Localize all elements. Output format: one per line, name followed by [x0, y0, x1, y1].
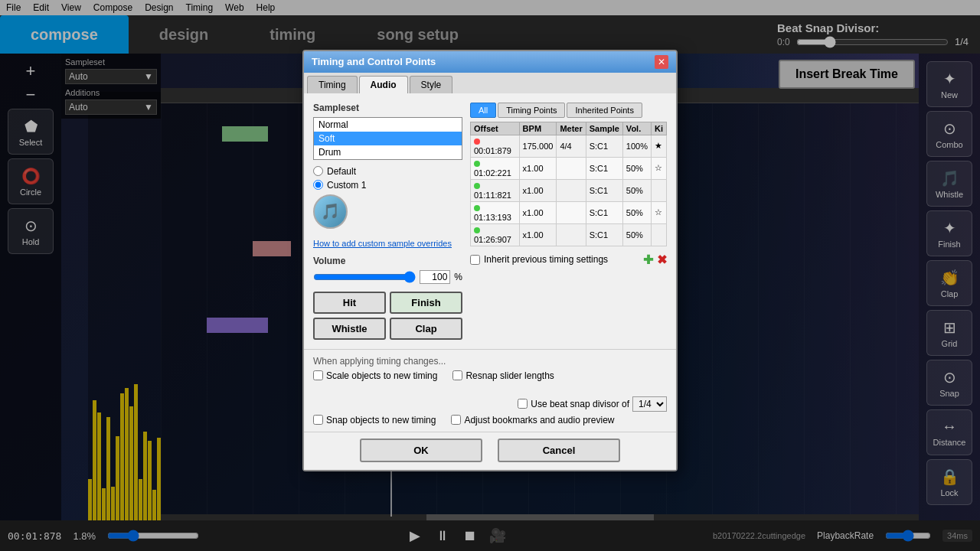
- table-row[interactable]: 01:13:193 x1.00 S:C1 50% ☆: [471, 201, 667, 223]
- radio-group: Default Custom 1: [313, 166, 462, 191]
- checkbox-snap-objects[interactable]: [313, 415, 323, 425]
- inherit-row: Inherit previous timing settings ✚ ✖: [470, 253, 667, 267]
- cell-ki: [652, 179, 667, 201]
- sampleset-soft[interactable]: Soft: [314, 132, 462, 145]
- sampleset-drum[interactable]: Drum: [314, 145, 462, 159]
- inherit-delete-button[interactable]: ✖: [657, 253, 667, 267]
- col-bpm: BPM: [519, 122, 557, 135]
- custom-avatar: 🎵: [313, 194, 382, 233]
- modal-overlay: Timing and Control Points ✕ Timing Audio…: [0, 0, 980, 551]
- beat-snap-divisor-select[interactable]: 1/41/21/8: [632, 396, 667, 412]
- when-applying-label: When applying timing changes...: [313, 356, 667, 367]
- cell-bpm: x1.00: [519, 223, 557, 246]
- checkbox-snap-objects-label: Snap objects to new timing: [326, 415, 436, 425]
- table-row[interactable]: 00:01:879 175.000 4/4 S:C1 100% ★: [471, 135, 667, 157]
- radio-default[interactable]: [313, 166, 323, 176]
- timing-tab-inherited[interactable]: Inherited Points: [567, 103, 642, 118]
- col-sample: Sample: [586, 122, 622, 135]
- timing-tab-all[interactable]: All: [470, 103, 496, 118]
- sampleset-normal[interactable]: Normal: [314, 118, 462, 132]
- tab-style[interactable]: Style: [410, 76, 453, 93]
- checkbox-beatsnap[interactable]: [518, 399, 528, 409]
- cell-ki: ★: [652, 135, 667, 157]
- when-applying-section: When applying timing changes... Scale ob…: [304, 349, 676, 432]
- volume-pct: %: [454, 272, 462, 282]
- clap-button[interactable]: Clap: [390, 318, 462, 340]
- sample-buttons: Hit Finish Whistle Clap: [313, 292, 462, 340]
- checkbox-scale[interactable]: [313, 370, 323, 380]
- whistle-button[interactable]: Whistle: [313, 318, 386, 340]
- table-row[interactable]: 01:26:907 x1.00 S:C1 50%: [471, 223, 667, 246]
- tab-audio[interactable]: Audio: [359, 76, 408, 93]
- cell-sample: S:C1: [586, 201, 622, 223]
- dialog-right-panel: All Timing Points Inherited Points Offse…: [470, 103, 667, 340]
- volume-slider[interactable]: [313, 271, 416, 283]
- hit-button[interactable]: Hit: [313, 292, 386, 314]
- tab-timing[interactable]: Timing: [307, 76, 358, 93]
- cell-offset: 01:02:221: [471, 157, 520, 179]
- cell-vol: 50%: [622, 179, 651, 201]
- inherit-label: Inherit previous timing settings: [484, 254, 608, 265]
- table-row[interactable]: 01:02:221 x1.00 S:C1 50% ☆: [471, 157, 667, 179]
- cell-offset: 01:13:193: [471, 201, 520, 223]
- timing-dialog: Timing and Control Points ✕ Timing Audio…: [302, 50, 678, 471]
- cell-ki: ☆: [652, 201, 667, 223]
- checkbox-adjust-bookmarks[interactable]: [451, 415, 461, 425]
- cell-meter: 4/4: [557, 135, 586, 157]
- table-row[interactable]: 01:11:821 x1.00 S:C1 50%: [471, 179, 667, 201]
- col-ki: Ki: [652, 122, 667, 135]
- dialog-left-panel: Sampleset Normal Soft Drum Default Custo…: [313, 103, 462, 340]
- sampleset-list: Normal Soft Drum: [313, 117, 462, 160]
- cancel-button[interactable]: Cancel: [498, 439, 620, 462]
- dialog-body: Sampleset Normal Soft Drum Default Custo…: [304, 93, 676, 349]
- checkbox-row: Scale objects to new timing Resnap slide…: [313, 370, 667, 412]
- inherit-add-button[interactable]: ✚: [643, 253, 653, 267]
- timing-tabs: All Timing Points Inherited Points: [470, 103, 667, 118]
- cell-meter: [557, 157, 586, 179]
- cell-meter: [557, 179, 586, 201]
- cell-vol: 100%: [622, 135, 651, 157]
- cell-sample: S:C1: [586, 179, 622, 201]
- ok-button[interactable]: OK: [360, 439, 482, 462]
- timing-tab-points[interactable]: Timing Points: [498, 103, 565, 118]
- col-vol: Vol.: [622, 122, 651, 135]
- cell-sample: S:C1: [586, 223, 622, 246]
- checkbox-resnap[interactable]: [452, 370, 462, 380]
- dialog-titlebar: Timing and Control Points ✕: [304, 51, 676, 73]
- sampleset-section-label: Sampleset: [313, 103, 462, 113]
- dialog-title: Timing and Control Points: [312, 56, 436, 67]
- cell-bpm: x1.00: [519, 157, 557, 179]
- timing-table: Offset BPM Meter Sample Vol. Ki 00:01:87…: [470, 122, 667, 246]
- cell-sample: S:C1: [586, 157, 622, 179]
- cell-ki: [652, 223, 667, 246]
- cell-bpm: 175.000: [519, 135, 557, 157]
- cell-sample: S:C1: [586, 135, 622, 157]
- cell-offset: 01:26:907: [471, 223, 520, 246]
- radio-custom1-label: Custom 1: [327, 180, 366, 191]
- inherit-checkbox[interactable]: [470, 255, 480, 265]
- custom-link[interactable]: How to add custom sample overrides: [313, 239, 462, 248]
- cell-ki: ☆: [652, 157, 667, 179]
- cell-meter: [557, 223, 586, 246]
- radio-custom1[interactable]: [313, 180, 323, 190]
- cell-bpm: x1.00: [519, 179, 557, 201]
- checkbox-scale-label: Scale objects to new timing: [326, 370, 437, 381]
- checkbox-beatsnap-label: Use beat snap divisor of: [531, 399, 629, 409]
- cell-meter: [557, 201, 586, 223]
- cell-vol: 50%: [622, 201, 651, 223]
- volume-section: Volume 100 %: [313, 256, 462, 284]
- cell-vol: 50%: [622, 223, 651, 246]
- finish-button[interactable]: Finish: [390, 292, 462, 314]
- volume-label: Volume: [313, 256, 462, 266]
- checkbox-row-2: Snap objects to new timing Adjust bookma…: [313, 415, 667, 425]
- cell-offset: 01:11:821: [471, 179, 520, 201]
- dialog-tabs: Timing Audio Style: [304, 73, 676, 93]
- col-offset: Offset: [471, 122, 520, 135]
- checkbox-adjust-label: Adjust bookmarks and audio preview: [464, 415, 614, 425]
- checkbox-resnap-label: Resnap slider lengths: [466, 370, 554, 381]
- dialog-close-button[interactable]: ✕: [655, 55, 668, 69]
- volume-input[interactable]: 100: [420, 270, 450, 284]
- cell-vol: 50%: [622, 157, 651, 179]
- radio-default-label: Default: [327, 166, 356, 177]
- col-meter: Meter: [557, 122, 586, 135]
